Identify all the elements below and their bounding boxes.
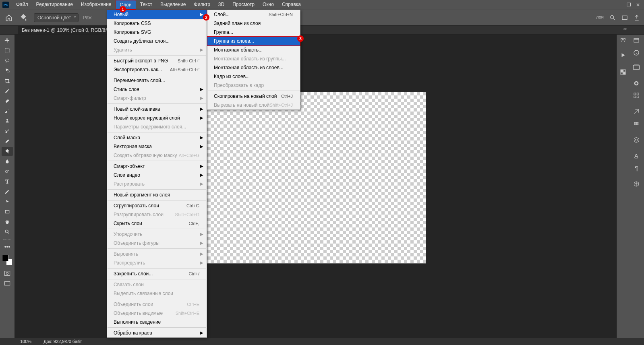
lasso-tool[interactable] <box>2 56 13 65</box>
healing-tool[interactable] <box>2 97 13 105</box>
eraser-tool[interactable] <box>2 137 13 146</box>
menu-item[interactable]: Копировать SVG <box>107 28 207 37</box>
character-panel-icon[interactable]: A̲ <box>632 151 641 160</box>
menu-item: Смарт-фильтр▶ <box>107 94 207 103</box>
submenu-arrow-icon: ▶ <box>200 241 203 245</box>
history-panel-icon[interactable] <box>619 36 627 45</box>
menu-item[interactable]: Векторная маска▶ <box>107 142 207 151</box>
menu-item[interactable]: Новый слой-заливка▶ <box>107 105 207 114</box>
edit-toolbar-icon[interactable]: ••• <box>2 242 13 251</box>
minimize-icon[interactable]: — <box>617 2 622 8</box>
menubar-item-0[interactable]: Файл <box>12 0 32 10</box>
fill-source-dropdown[interactable]: Основной цвет <box>34 13 79 22</box>
move-tool[interactable] <box>2 36 13 45</box>
menubar-item-10[interactable]: Справка <box>278 0 305 10</box>
menu-item[interactable]: Закрепить слои...Ctrl+/ <box>107 269 207 278</box>
actions-panel-icon[interactable] <box>619 51 627 60</box>
learn-panel-icon[interactable] <box>632 36 641 45</box>
menu-item[interactable]: Стиль слоя▶ <box>107 85 207 94</box>
libraries-panel-icon[interactable] <box>632 63 641 72</box>
menu-item[interactable]: Копировать CSS <box>107 19 207 28</box>
screen-mode-icon[interactable] <box>2 279 13 288</box>
quick-select-tool[interactable] <box>2 66 13 75</box>
menu-item[interactable]: Скрыть слоиCtrl+, <box>107 219 207 228</box>
menu-item[interactable]: Скопировать на новый слойCtrl+J <box>207 92 300 101</box>
crop-tool[interactable] <box>2 76 13 85</box>
properties-panel-icon[interactable] <box>632 91 641 100</box>
quick-mask-icon[interactable] <box>2 269 13 278</box>
gradient-tool[interactable] <box>2 147 13 156</box>
adjustments-panel-icon[interactable] <box>632 107 641 116</box>
svg-rect-5 <box>5 99 9 103</box>
menu-item[interactable]: Монтажная область из слоев... <box>207 63 300 72</box>
layers-panel-icon[interactable] <box>632 135 641 144</box>
menu-separator <box>108 103 206 104</box>
close-icon[interactable]: ✕ <box>636 2 640 8</box>
swatches-panel-icon[interactable] <box>619 68 627 76</box>
zoom-tool[interactable] <box>2 227 13 236</box>
menu-item[interactable]: Выполнить сведение <box>107 318 207 326</box>
menu-item[interactable]: Монтажная область... <box>207 45 300 54</box>
pen-tool[interactable] <box>2 187 13 196</box>
menu-item-label: Выделить связанные слои <box>114 291 173 296</box>
menu-item[interactable]: Смарт-объект▶ <box>107 162 207 171</box>
foreground-swatch[interactable] <box>2 255 8 261</box>
canvas[interactable] <box>207 92 426 264</box>
menu-item[interactable]: Задний план из слоя <box>207 19 300 28</box>
menu-item[interactable]: Переименовать слой... <box>107 76 207 85</box>
info-panel-icon[interactable] <box>632 48 641 57</box>
search-icon[interactable] <box>609 14 616 21</box>
home-icon[interactable] <box>4 13 14 23</box>
history-brush-tool[interactable] <box>2 127 13 136</box>
menubar-item-8[interactable]: Просмотр <box>228 0 259 10</box>
rectangle-tool[interactable] <box>2 207 13 216</box>
menu-shortcut: Alt+Ctrl+G <box>179 153 199 158</box>
path-select-tool[interactable] <box>2 197 13 206</box>
menu-item[interactable]: Создать дубликат слоя... <box>107 37 207 45</box>
svg-point-6 <box>6 132 7 133</box>
color-swatches[interactable] <box>2 255 12 265</box>
doc-size[interactable]: Док: 922,9K/0 байт <box>43 339 82 344</box>
dodge-tool[interactable] <box>2 167 13 176</box>
menu-separator <box>108 279 206 279</box>
menubar-item-5[interactable]: Выделение <box>156 0 190 10</box>
menu-item-label: Векторная маска <box>114 144 152 149</box>
menu-item[interactable]: Группа... <box>207 28 300 37</box>
stamp-tool[interactable] <box>2 117 13 126</box>
menu-item[interactable]: Быстрый экспорт в PNGShift+Ctrl+' <box>107 56 207 65</box>
menubar-item-9[interactable]: Окно <box>259 0 278 10</box>
hand-tool[interactable] <box>2 217 13 226</box>
svg-rect-26 <box>621 72 623 74</box>
menubar-item-7[interactable]: 3D <box>214 0 228 10</box>
eyedropper-tool[interactable] <box>2 87 13 95</box>
menu-item[interactable]: Сгруппировать слоиCtrl+G <box>107 201 207 210</box>
svg-point-7 <box>5 170 8 173</box>
menubar-item-6[interactable]: Фильтр <box>190 0 214 10</box>
brush-tool[interactable] <box>2 107 13 116</box>
menu-item[interactable]: Кадр из слоев... <box>207 72 300 81</box>
paint-bucket-icon[interactable] <box>19 13 28 22</box>
maximize-icon[interactable]: ❐ <box>627 2 631 8</box>
menu-item[interactable]: Группа из слоев... <box>207 36 300 46</box>
menu-item[interactable]: Слой...Shift+Ctrl+N <box>207 10 300 19</box>
frame-icon[interactable] <box>621 14 628 21</box>
menu-item[interactable]: Слои видео▶ <box>107 171 207 180</box>
zoom-level[interactable]: 100% <box>20 339 31 344</box>
menu-item[interactable]: Слой-маска▶ <box>107 133 207 142</box>
type-tool[interactable]: T <box>2 177 13 186</box>
menubar-item-2[interactable]: Изображение <box>77 0 116 10</box>
blur-tool[interactable] <box>2 157 13 166</box>
styles-panel-icon[interactable] <box>632 119 641 128</box>
menubar-item-1[interactable]: Редактирование <box>32 0 77 10</box>
paragraph-panel-icon[interactable]: ¶ <box>632 163 641 172</box>
menu-item[interactable]: Обработка краев▶ <box>107 328 207 337</box>
share-icon[interactable] <box>634 14 640 21</box>
menu-item[interactable]: Новый фрагмент из слоя <box>107 190 207 199</box>
menubar-item-4[interactable]: Текст <box>136 0 156 10</box>
3d-panel-icon[interactable] <box>632 180 641 188</box>
menu-item[interactable]: Экспортировать как...Alt+Shift+Ctrl+' <box>107 65 207 74</box>
svg-rect-23 <box>623 39 625 40</box>
menu-item[interactable]: Новый корректирующий слой▶ <box>107 114 207 122</box>
color-panel-icon[interactable] <box>632 79 641 88</box>
marquee-tool[interactable] <box>2 46 13 55</box>
